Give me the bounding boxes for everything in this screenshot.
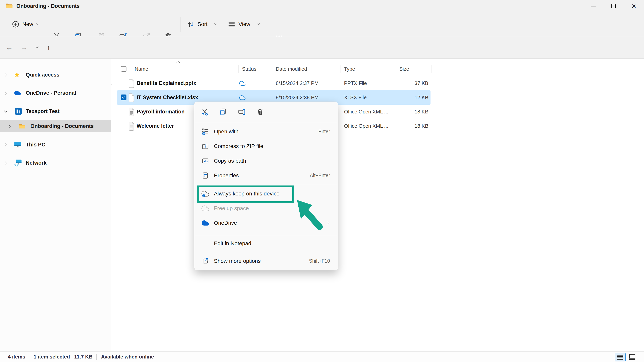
sort-button[interactable]: Sort: [186, 12, 222, 36]
menu-item-copy-as-path[interactable]: Copy as path: [194, 153, 338, 168]
file-name: Payroll information: [136, 105, 184, 119]
content-view-icon: [628, 353, 636, 361]
sidebar-item-label: Quick access: [26, 69, 60, 81]
notepad-icon: [202, 240, 209, 247]
chevron-right-icon[interactable]: [8, 125, 11, 128]
menu-item-open-with[interactable]: Open with Enter: [194, 124, 338, 139]
chevron-down-icon: [36, 23, 40, 25]
chevron-down-icon: [256, 23, 260, 25]
menu-separator: [195, 123, 337, 123]
column-divider[interactable]: [394, 65, 394, 73]
minimize-button[interactable]: [586, 0, 600, 12]
file-size: 12 KB: [395, 90, 428, 105]
details-view-toggle[interactable]: [615, 353, 626, 361]
context-menu: Open with Enter Compress to ZIP file Cop…: [194, 102, 338, 270]
item-count: 4 items: [8, 352, 25, 362]
column-divider[interactable]: [431, 65, 432, 73]
sidebar-item-label: Texaport Test: [26, 105, 60, 117]
column-divider[interactable]: [238, 65, 239, 73]
sidebar-item-network[interactable]: Network: [0, 157, 111, 169]
chevron-down-icon[interactable]: [4, 110, 8, 113]
sidebar-item-label: Network: [26, 157, 47, 169]
chevron-right-icon: [328, 221, 330, 225]
maximize-button[interactable]: [606, 0, 620, 12]
column-header-size[interactable]: Size: [399, 64, 409, 74]
up-button[interactable]: ↑: [47, 36, 50, 59]
toolbar-divider: [268, 17, 268, 32]
maximize-icon: [611, 4, 616, 9]
file-size: 37 KB: [395, 76, 428, 90]
menu-shortcut: Enter: [318, 129, 330, 134]
check-icon: [122, 95, 126, 100]
delete-menu-button[interactable]: [254, 106, 266, 118]
document-text-icon: [128, 121, 135, 131]
chevron-down-icon: [214, 23, 218, 25]
back-button[interactable]: ←: [6, 36, 13, 59]
sidebar-item-texaport-test[interactable]: Texaport Test: [0, 105, 111, 117]
rename-icon: [238, 108, 246, 116]
sidebar-item-onboarding-documents[interactable]: Onboarding - Documents: [0, 120, 111, 132]
menu-item-properties[interactable]: Properties Alt+Enter: [194, 168, 338, 183]
sidebar-item-label: OneDrive - Personal: [26, 87, 76, 99]
rename-menu-button[interactable]: [235, 106, 248, 118]
row-checkbox[interactable]: [120, 95, 126, 100]
folder-icon: [19, 123, 26, 129]
chevron-right-icon[interactable]: [5, 73, 7, 77]
status-bar: 4 items 1 item selected 11.7 KB Availabl…: [0, 351, 644, 362]
menu-item-label: Edit in Notepad: [214, 240, 251, 247]
menu-shortcut: Alt+Enter: [310, 173, 330, 178]
menu-item-label: Properties: [214, 172, 239, 179]
chevron-right-icon[interactable]: [5, 161, 7, 165]
cut-menu-button[interactable]: [198, 106, 211, 118]
toolbar-divider: [50, 17, 50, 32]
new-button[interactable]: New: [10, 12, 45, 36]
minimize-icon: [591, 6, 596, 7]
close-icon: ×: [632, 2, 636, 10]
menu-item-show-more-options[interactable]: Show more options Shift+F10: [194, 254, 338, 268]
column-header-name[interactable]: Name: [135, 64, 148, 74]
toolbar-divider: [180, 17, 181, 32]
copy-menu-button[interactable]: [217, 106, 230, 118]
folder-icon: [6, 3, 13, 9]
column-header-date-modified[interactable]: Date modified: [276, 64, 307, 74]
chevron-right-icon[interactable]: [5, 143, 7, 147]
select-all-checkbox[interactable]: [121, 66, 126, 72]
new-button-label: New: [22, 12, 33, 36]
menu-item-onedrive[interactable]: OneDrive: [194, 216, 338, 230]
sidebar-item-this-pc[interactable]: This PC: [0, 139, 111, 151]
file-type: PPTX File: [344, 76, 367, 90]
view-button[interactable]: View: [227, 12, 264, 36]
address-bar: ← → ↑ Texaport Test Onboarding - Documen…: [0, 36, 644, 59]
document-icon: [128, 79, 135, 88]
cloud-status-icon[interactable]: [239, 95, 246, 101]
column-header-type[interactable]: Type: [344, 64, 355, 74]
menu-item-always-keep-on-this-device[interactable]: Always keep on this device: [194, 186, 338, 201]
menu-item-label: Always keep on this device: [214, 191, 280, 197]
column-divider[interactable]: [340, 65, 341, 73]
sidebar-item-quick-access[interactable]: ★ Quick access: [0, 69, 111, 81]
column-divider[interactable]: [274, 65, 274, 73]
menu-separator: [195, 252, 337, 252]
menu-item-label: Show more options: [214, 258, 261, 264]
recent-locations-icon[interactable]: [36, 46, 39, 48]
file-size: 18 KB: [395, 105, 428, 119]
close-button[interactable]: ×: [627, 0, 641, 12]
column-header-status[interactable]: Status: [242, 64, 256, 74]
cloud-status-icon[interactable]: [239, 80, 246, 87]
forward-button[interactable]: →: [21, 36, 28, 59]
file-date: 8/15/2024 2:37 PM: [276, 76, 319, 90]
file-row-benefits-explained[interactable]: Benefits Explained.pptx 8/15/2024 2:37 P…: [117, 76, 430, 90]
sidebar-item-label: Onboarding - Documents: [30, 120, 94, 132]
menu-item-edit-in-notepad[interactable]: Edit in Notepad: [194, 236, 338, 251]
sort-button-label: Sort: [198, 12, 208, 36]
sort-icon: [187, 20, 195, 28]
menu-item-label: OneDrive: [214, 220, 237, 226]
file-name: IT System Checklist.xlsx: [136, 90, 198, 105]
menu-item-compress-to-zip[interactable]: Compress to ZIP file: [194, 139, 338, 153]
sidebar-item-onedrive-personal[interactable]: OneDrive - Personal: [0, 87, 111, 99]
document-text-icon: [128, 107, 135, 116]
always-keep-icon: [202, 190, 209, 198]
chevron-right-icon[interactable]: [5, 91, 7, 95]
content-view-toggle[interactable]: [627, 353, 637, 361]
organization-icon: [14, 107, 23, 116]
